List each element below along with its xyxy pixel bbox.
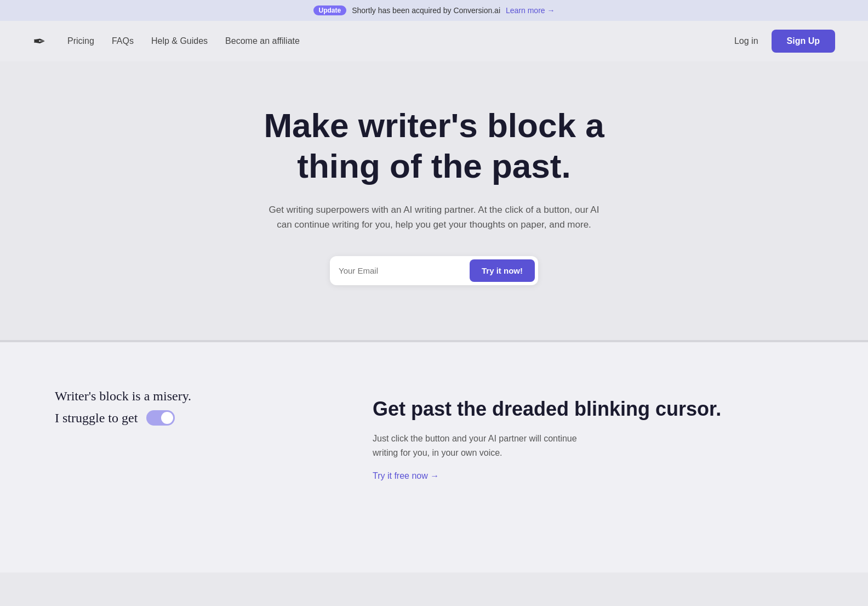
- feature-text-line2: I struggle to get: [55, 408, 329, 428]
- nav-link-help[interactable]: Help & Guides: [151, 36, 208, 46]
- nav-link-affiliate[interactable]: Become an affiliate: [225, 36, 300, 46]
- feature-section: Writer's block is a misery. I struggle t…: [0, 342, 868, 573]
- signup-button[interactable]: Sign Up: [772, 30, 835, 53]
- nav-link-faqs[interactable]: FAQs: [112, 36, 134, 46]
- hero-section: Make writer's block a thing of the past.…: [0, 61, 868, 340]
- nav-item-faqs[interactable]: FAQs: [112, 36, 134, 46]
- try-now-button[interactable]: Try it now!: [470, 259, 535, 282]
- feature-text-line2-text: I struggle to get: [55, 408, 138, 428]
- feature-cta-link[interactable]: Try it free now →: [373, 471, 439, 480]
- hero-title: Make writer's block a thing of the past.: [242, 105, 626, 187]
- announcement-bar: Update Shortly has been acquired by Conv…: [0, 0, 868, 21]
- hero-subtitle: Get writing superpowers with an AI writi…: [264, 202, 604, 232]
- announcement-badge: Update: [313, 5, 347, 15]
- logo[interactable]: ✒: [33, 32, 45, 50]
- email-form: Try it now!: [330, 256, 538, 285]
- nav-item-help[interactable]: Help & Guides: [151, 36, 208, 46]
- login-link[interactable]: Log in: [734, 36, 758, 46]
- toggle-switch[interactable]: [146, 410, 175, 426]
- feature-right: Get past the dreaded blinking cursor. Ju…: [373, 386, 813, 480]
- toggle-knob: [161, 412, 173, 424]
- nav-right: Log in Sign Up: [734, 30, 835, 53]
- feature-left: Writer's block is a misery. I struggle t…: [55, 386, 329, 428]
- nav-links: Pricing FAQs Help & Guides Become an aff…: [67, 36, 300, 46]
- logo-icon: ✒: [33, 32, 45, 50]
- feature-right-title: Get past the dreaded blinking cursor.: [373, 397, 813, 421]
- nav-left: ✒ Pricing FAQs Help & Guides Become an a…: [33, 32, 300, 50]
- feature-text-block: Writer's block is a misery. I struggle t…: [55, 386, 329, 428]
- nav-item-affiliate[interactable]: Become an affiliate: [225, 36, 300, 46]
- announcement-text: Shortly has been acquired by Conversion.…: [352, 6, 500, 15]
- feature-text-line1: Writer's block is a misery.: [55, 386, 329, 406]
- announcement-link[interactable]: Learn more →: [506, 6, 555, 15]
- feature-right-desc: Just click the button and your AI partne…: [373, 432, 603, 460]
- email-input[interactable]: [339, 266, 470, 275]
- nav-item-pricing[interactable]: Pricing: [67, 36, 94, 46]
- nav-link-pricing[interactable]: Pricing: [67, 36, 94, 46]
- navbar: ✒ Pricing FAQs Help & Guides Become an a…: [0, 21, 868, 61]
